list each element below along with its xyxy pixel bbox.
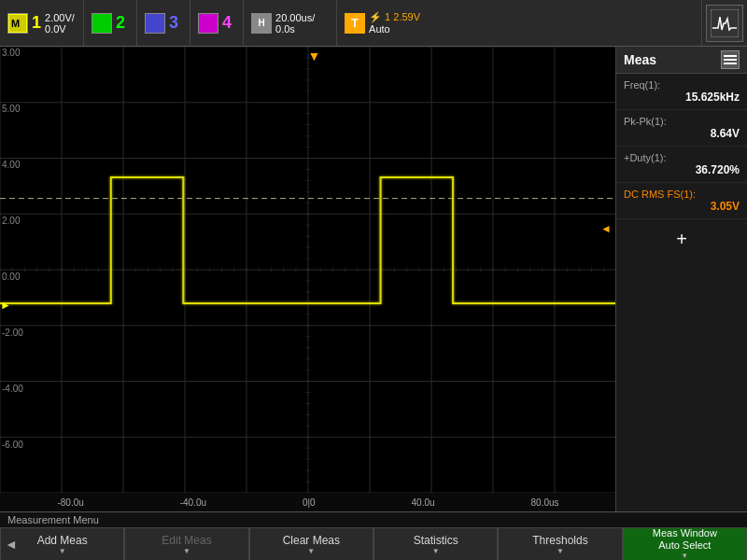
meas-freq-label: Freq(1): [624, 79, 740, 91]
ch1-block[interactable]: M 1 2.00V/ 0.0V [0, 0, 84, 46]
time-label-0: -80.0u [57, 497, 83, 508]
bottom-toolbar: Measurement Menu ◄ Add Meas ▼ Edit Meas … [0, 511, 747, 560]
time-label-2: 0|0 [303, 497, 316, 508]
time-label-3: 40.0u [412, 497, 435, 508]
meas-freq-item: Freq(1): 15.625kHz [616, 74, 747, 110]
trig-lightning: ⚡ [369, 11, 382, 22]
meas-window-btn[interactable]: Meas Window Auto Select ▼ [623, 527, 747, 560]
ch4-number: 4 [222, 13, 232, 33]
svg-text:M: M [11, 18, 20, 29]
add-meas-label: Add Meas [37, 534, 88, 547]
meas-dcrms-item: DC RMS FS(1): 3.05V [616, 183, 747, 219]
meas-menu-label: Measurement Menu [0, 512, 747, 527]
menu-line-3 [724, 63, 737, 64]
main-area: ▼ ► ◄ -80.0u -40.0u 0|0 40.0u 80.0us Mea… [0, 47, 747, 511]
meas-title: Meas [624, 52, 656, 67]
statistics-label: Statistics [414, 534, 458, 547]
trig-icon: T [345, 13, 365, 34]
trig-values: ⚡ 1 2.59V Auto [369, 11, 420, 35]
ch1-volt2: 0.0V [45, 23, 75, 35]
ch2-number: 2 [116, 13, 125, 33]
ch4-icon [198, 13, 218, 34]
meas-auto-label: Auto Select [658, 539, 711, 552]
ch3-number: 3 [169, 13, 178, 33]
meas-duty-label: +Duty(1): [624, 152, 740, 163]
ch1-values: 2.00V/ 0.0V [45, 12, 75, 35]
meas-duty-value: 36.720% [624, 163, 740, 176]
edit-meas-label: Edit Meas [162, 534, 211, 547]
clear-meas-arrow-icon: ▼ [307, 547, 315, 555]
ch3-icon [145, 13, 165, 34]
meas-pkpk-value: 8.64V [624, 127, 740, 140]
thresholds-arrow-icon: ▼ [557, 547, 564, 555]
trig-volt: 2.59V [393, 11, 420, 22]
ch3-block[interactable]: 3 [137, 0, 190, 46]
trig-mode: Auto [369, 23, 420, 35]
edit-meas-arrow-icon: ▼ [183, 547, 190, 555]
thresholds-label: Thresholds [532, 534, 587, 547]
trig-ch: 1 [385, 11, 390, 22]
trig-block[interactable]: T ⚡ 1 2.59V Auto [337, 0, 702, 46]
meas-pkpk-label: Pk-Pk(1): [624, 116, 740, 127]
edit-meas-btn[interactable]: Edit Meas ▼ [124, 527, 248, 560]
meas-menu-button[interactable] [721, 50, 740, 69]
ch1-icon: M [7, 13, 28, 34]
clear-meas-btn[interactable]: Clear Meas ▼ [249, 527, 374, 560]
meas-panel: Meas Freq(1): 15.625kHz Pk-Pk(1): 8.64V … [616, 47, 747, 511]
meas-duty-item: +Duty(1): 36.720% [616, 147, 747, 183]
meas-window-label: Meas Window [653, 527, 717, 539]
meas-header: Meas [616, 47, 747, 74]
menu-line-2 [724, 59, 737, 61]
top-toolbar: M 1 2.00V/ 0.0V 2 3 4 H 20.00us/ 0.0s T [0, 0, 747, 47]
horiz-icon: H [251, 13, 272, 34]
time-labels: -80.0u -40.0u 0|0 40.0u 80.0us [0, 497, 616, 508]
ch2-icon [92, 13, 112, 34]
scope-logo-icon [706, 5, 743, 42]
add-meas-button[interactable]: + [616, 219, 747, 259]
trigger-top-marker: ▼ [308, 49, 321, 63]
ch4-block[interactable]: 4 [190, 0, 244, 46]
horiz-time1: 20.00us/ [275, 12, 315, 23]
meas-dcrms-value: 3.05V [624, 200, 740, 213]
ch2-block[interactable]: 2 [84, 0, 137, 46]
clear-meas-label: Clear Meas [283, 534, 340, 547]
ch1-volt1: 2.00V/ [45, 12, 75, 23]
horiz-values: 20.00us/ 0.0s [275, 12, 315, 35]
bottom-buttons: ◄ Add Meas ▼ Edit Meas ▼ Clear Meas ▼ St… [0, 527, 747, 560]
menu-line-1 [724, 55, 737, 57]
ch1-number: 1 [32, 13, 41, 33]
add-meas-arrow-icon: ▼ [59, 547, 66, 555]
trig-level-indicator: ◄ [600, 222, 612, 235]
statistics-btn[interactable]: Statistics ▼ [374, 527, 498, 560]
statistics-arrow-icon: ▼ [432, 547, 440, 555]
scope-display[interactable]: ▼ ► ◄ -80.0u -40.0u 0|0 40.0u 80.0us [0, 47, 616, 511]
scope-canvas [0, 47, 616, 493]
horiz-block[interactable]: H 20.00us/ 0.0s [244, 0, 337, 46]
ch1-ground-indicator: ► [0, 299, 11, 312]
meas-window-arrow-icon: ▼ [681, 552, 688, 560]
meas-pkpk-item: Pk-Pk(1): 8.64V [616, 110, 747, 147]
time-label-4: 80.0us [530, 497, 558, 508]
meas-freq-value: 15.625kHz [624, 91, 740, 104]
horiz-time2: 0.0s [275, 23, 315, 35]
add-meas-left-arrow: ◄ [5, 537, 18, 552]
meas-dcrms-label: DC RMS FS(1): [624, 189, 740, 200]
add-meas-btn[interactable]: ◄ Add Meas ▼ [0, 527, 124, 560]
time-label-1: -40.0u [180, 497, 206, 508]
thresholds-btn[interactable]: Thresholds ▼ [498, 527, 622, 560]
